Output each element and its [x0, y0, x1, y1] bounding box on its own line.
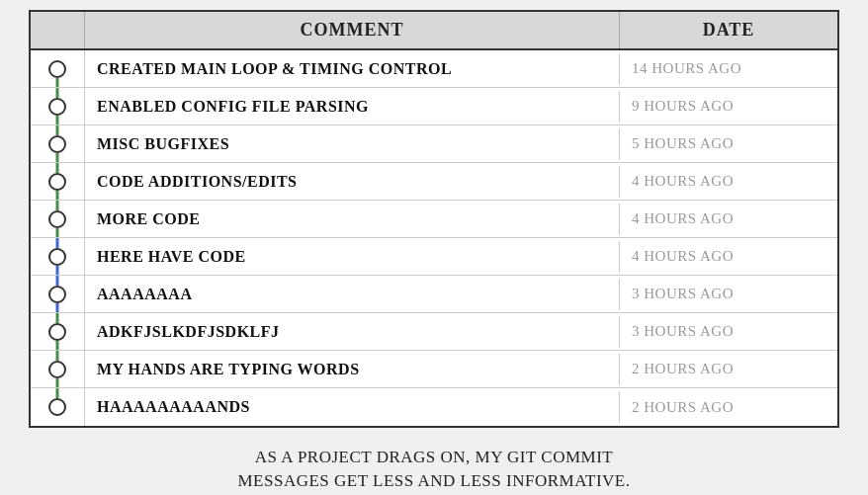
- commit-circle: [48, 60, 66, 78]
- table-row: MORE CODE 4 HOURS AGO: [31, 201, 837, 238]
- commit-circle: [48, 398, 66, 416]
- table-row: AAAAAAAA 3 HOURS AGO: [31, 276, 837, 313]
- commit-comment: HAAAAAAAAANDS: [85, 391, 620, 423]
- icon-cell: [31, 125, 85, 162]
- commit-comment: ENABLED CONFIG FILE PARSING: [85, 91, 620, 123]
- table-row: HERE HAVE CODE 4 HOURS AGO: [31, 238, 837, 276]
- commit-comment: MISC BUGFIXES: [85, 128, 620, 160]
- icon-cell: [31, 276, 85, 312]
- commit-comment: MORE CODE: [85, 204, 620, 235]
- icon-cell: [31, 50, 85, 87]
- table-row: MISC BUGFIXES 5 HOURS AGO: [31, 125, 837, 163]
- caption-line2: MESSAGES GET LESS AND LESS INFORMATIVE.: [29, 469, 839, 493]
- commit-date: 14 HOURS AGO: [620, 53, 837, 84]
- commit-table: COMMENT DATE CREATED MAIN LOOP & TIMING …: [29, 10, 839, 428]
- table-row: MY HANDS ARE TYPING WORDS 2 HOURS AGO: [31, 351, 837, 388]
- commit-date: 4 HOURS AGO: [620, 241, 837, 272]
- commit-date: 2 HOURS AGO: [620, 392, 837, 423]
- table-row: CODE ADDITIONS/EDITS 4 HOURS AGO: [31, 163, 837, 201]
- icon-cell: [31, 88, 85, 124]
- commit-circle: [48, 323, 66, 341]
- commit-date: 3 HOURS AGO: [620, 279, 837, 309]
- icon-cell: [31, 201, 85, 237]
- icon-cell: [31, 351, 85, 387]
- commit-circle: [48, 135, 66, 153]
- header-comment: COMMENT: [85, 12, 620, 48]
- icon-cell: [31, 238, 85, 275]
- commit-comment: CODE ADDITIONS/EDITS: [85, 166, 620, 198]
- header-icon-col: [31, 12, 85, 48]
- commit-date: 2 HOURS AGO: [620, 354, 837, 384]
- table-row: ENABLED CONFIG FILE PARSING 9 HOURS AGO: [31, 88, 837, 125]
- table-row: HAAAAAAAAANDS 2 HOURS AGO: [31, 388, 837, 426]
- commit-circle: [48, 286, 66, 303]
- commit-date: 4 HOURS AGO: [620, 166, 837, 197]
- commit-comment: ADKFJSLKDFJSDKLFJ: [85, 316, 620, 348]
- commit-date: 9 HOURS AGO: [620, 91, 837, 122]
- commit-circle: [48, 173, 66, 191]
- icon-cell: [31, 163, 85, 200]
- header-date: DATE: [620, 12, 837, 48]
- table-row: CREATED MAIN LOOP & TIMING CONTROL 14 HO…: [31, 50, 837, 88]
- caption: AS A PROJECT DRAGS ON, MY GIT COMMIT MES…: [29, 442, 839, 495]
- commit-circle: [48, 98, 66, 116]
- commit-circle: [48, 248, 66, 266]
- icon-cell: [31, 388, 85, 426]
- commit-comment: MY HANDS ARE TYPING WORDS: [85, 354, 620, 385]
- table-row: ADKFJSLKDFJSDKLFJ 3 HOURS AGO: [31, 313, 837, 351]
- table-body: CREATED MAIN LOOP & TIMING CONTROL 14 HO…: [31, 50, 837, 426]
- caption-line1: AS A PROJECT DRAGS ON, MY GIT COMMIT: [29, 446, 839, 469]
- commit-date: 4 HOURS AGO: [620, 204, 837, 234]
- commit-circle: [48, 210, 66, 228]
- commit-circle: [48, 361, 66, 378]
- table-header: COMMENT DATE: [31, 12, 837, 50]
- commit-date: 5 HOURS AGO: [620, 128, 837, 159]
- commit-date: 3 HOURS AGO: [620, 316, 837, 347]
- commit-comment: HERE HAVE CODE: [85, 241, 620, 273]
- commit-comment: CREATED MAIN LOOP & TIMING CONTROL: [85, 53, 620, 85]
- main-container: COMMENT DATE CREATED MAIN LOOP & TIMING …: [19, 0, 849, 495]
- icon-cell: [31, 313, 85, 350]
- commit-comment: AAAAAAAA: [85, 279, 620, 310]
